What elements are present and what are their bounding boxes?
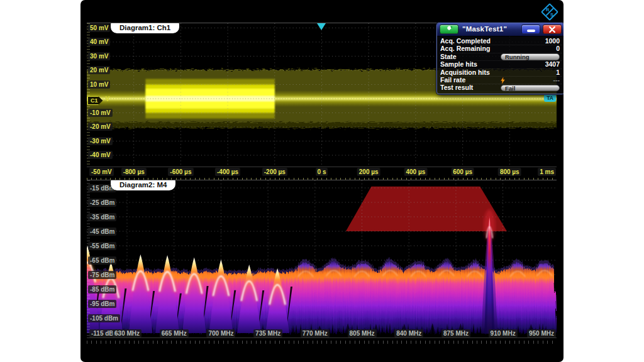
row-value: 1 [556,69,560,77]
page-background: R S 50 mV40 mV30 mV2 [0,0,644,362]
state-badge: Running [501,53,560,60]
axis-tick-label: -600 µs [168,168,193,176]
row-label: Acq. Completed [440,38,491,45]
diagram2-tab[interactable]: Diagram2: M4 [111,180,175,190]
dialog-close-button[interactable] [543,25,562,34]
dialog-row-acq-remaining: Acq. Remaining 0 [440,45,562,53]
channel1-tag: C1 [87,96,103,105]
dialog-tools-button[interactable] [440,25,458,34]
trigger-position-marker-icon[interactable] [317,23,326,30]
minimize-icon [527,30,535,32]
row-value: 0 [556,45,560,53]
axis-tick-label: 800 µs [498,168,521,176]
channel1-unit: V [106,96,110,102]
dialog-title: "MaskTest1" [462,25,507,33]
diagram2-container: -15 dBm-25 dBm-35 dBm-45 dBm-55 dBm-65 d… [87,180,557,353]
row-label: Acq. Remaining [440,45,490,53]
row-value: 1000 [545,38,560,45]
masktest-dialog[interactable]: "MaskTest1" Acq. Completed 1000 Acq. Rem… [436,23,564,94]
axis-tick-label: 400 µs [404,168,427,176]
row-label: Acquisition hits [440,69,490,77]
row-label: State [440,53,457,61]
row-value: 3407 [545,61,560,69]
diagram1-x-axis-labels: -50 mV-800 µs-600 µs-400 µs-200 µs0 s200… [87,167,557,177]
diagram1-tab[interactable]: Diagram1: Ch1 [111,23,179,33]
trigger-level-marker[interactable]: TA [544,94,556,102]
dialog-minimize-button[interactable] [521,25,540,34]
row-label: Sample hits [440,61,477,69]
logo-letter-r: R [546,7,549,13]
spectrum-plot [87,180,557,337]
wrench-icon [445,25,453,33]
axis-tick-label: 0 s [316,168,328,176]
oscilloscope-screen: R S 50 mV40 mV30 mV2 [80,0,564,362]
axis-tick-label: -50 mV [89,168,114,176]
rohde-schwarz-logo: R S [541,4,558,20]
diagram2-plot[interactable]: -15 dBm-25 dBm-35 dBm-45 dBm-55 dBm-65 d… [87,180,557,338]
close-icon [548,26,556,33]
row-label: Fail rate [440,77,465,84]
row-value: --- [553,77,560,84]
axis-tick-label: 600 µs [451,168,474,176]
lightning-icon [501,77,505,84]
axis-tick-label: 200 µs [357,168,380,176]
dialog-titlebar[interactable]: "MaskTest1" [437,23,564,36]
dialog-body: Acq. Completed 1000 Acq. Remaining 0 Sta… [437,36,564,94]
channel1-marker[interactable]: C1V [87,94,109,105]
row-label: Test result [440,84,473,92]
dialog-row-sample-hits: Sample hits 3407 [440,61,562,69]
dialog-row-test-result: Test result Fail [440,84,562,91]
axis-tick-label: -200 µs [262,168,287,176]
axis-tick-label: -800 µs [121,168,147,176]
diagram2-minor-ticks [87,341,557,344]
logo-letter-s: S [550,12,553,18]
test-result-badge: Fail [501,85,560,92]
axis-tick-label: 1 ms [538,168,556,176]
axis-tick-label: -400 µs [215,168,240,176]
